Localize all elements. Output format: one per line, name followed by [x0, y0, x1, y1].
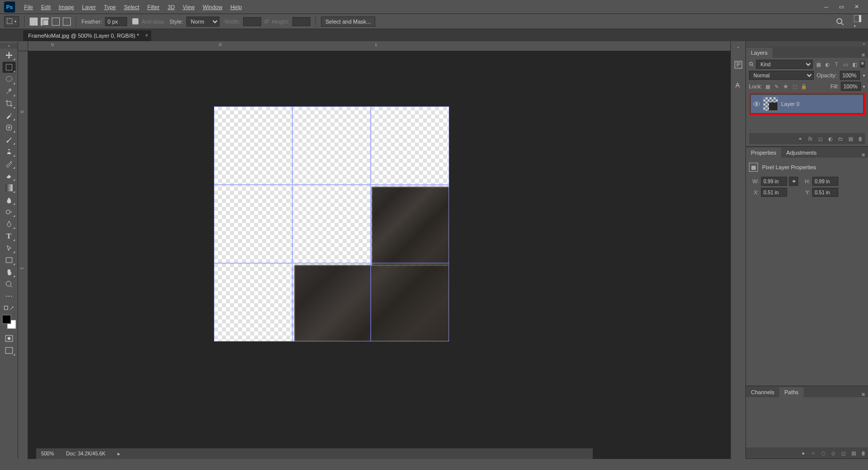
opacity-input[interactable] — [840, 71, 860, 80]
screen-mode-toggle[interactable] — [3, 345, 16, 356]
blend-mode-select[interactable]: Normal — [749, 71, 814, 80]
gradient-tool[interactable] — [3, 182, 16, 193]
lock-position-icon[interactable]: ✥ — [782, 83, 789, 90]
properties-tab[interactable]: Properties — [746, 148, 781, 158]
layer-row-selected[interactable]: Layer 0 — [751, 95, 863, 113]
quick-mask-toggle[interactable] — [3, 333, 16, 344]
filter-shape-icon[interactable]: ▭ — [842, 61, 849, 68]
menu-edit[interactable]: Edit — [37, 2, 55, 12]
prop-h-input[interactable] — [812, 177, 838, 186]
menu-select[interactable]: Select — [120, 2, 144, 12]
link-layers-icon[interactable]: ⚭ — [797, 135, 804, 142]
feather-input[interactable] — [105, 17, 127, 26]
channels-tab[interactable]: Channels — [746, 387, 779, 397]
filter-smart-icon[interactable]: ◧ — [851, 61, 858, 68]
ruler-vertical[interactable]: 0 1 — [18, 51, 28, 459]
fill-input[interactable] — [841, 82, 861, 91]
panel-menu-icon[interactable]: ≡ — [859, 391, 868, 397]
selection-new-icon[interactable] — [30, 18, 38, 26]
opacity-dropdown-icon[interactable]: ▾ — [863, 73, 865, 78]
search-icon[interactable] — [836, 18, 844, 26]
link-wh-icon[interactable]: ⚭ — [789, 177, 798, 186]
close-icon[interactable]: × — [145, 33, 148, 38]
prop-x-input[interactable] — [761, 188, 787, 197]
marquee-tool[interactable] — [3, 62, 16, 73]
menu-filter[interactable]: Filter — [143, 2, 163, 12]
delete-layer-icon[interactable]: 🗑 — [857, 135, 864, 142]
lock-all-icon[interactable]: 🔒 — [800, 83, 807, 90]
lock-artboard-icon[interactable]: ⬚ — [791, 83, 798, 90]
menu-type[interactable]: Type — [100, 2, 120, 12]
canvas-document[interactable] — [214, 106, 449, 341]
zoom-tool[interactable] — [3, 279, 16, 290]
filter-adjustment-icon[interactable]: ◐ — [824, 61, 831, 68]
window-restore-button[interactable]: ▭ — [838, 4, 845, 11]
healing-brush-tool[interactable] — [3, 122, 16, 133]
filter-type-icon[interactable]: T — [833, 61, 840, 68]
zoom-level[interactable]: 500% — [41, 451, 54, 456]
toolbar-toggle[interactable]: » — [0, 43, 18, 49]
delete-path-icon[interactable]: 🗑 — [860, 449, 867, 456]
eraser-tool[interactable] — [3, 170, 16, 181]
prop-w-input[interactable] — [761, 177, 787, 186]
dock-toggle[interactable]: « — [737, 45, 739, 50]
color-swatch[interactable] — [2, 315, 16, 329]
window-minimize-button[interactable]: ─ — [823, 4, 830, 11]
adjustment-layer-icon[interactable]: ◐ — [827, 135, 834, 142]
layer-name[interactable]: Layer 0 — [781, 101, 800, 107]
lasso-tool[interactable] — [3, 74, 16, 85]
character-panel-icon[interactable]: A — [733, 80, 743, 90]
menu-image[interactable]: Image — [55, 2, 78, 12]
layer-mask-icon[interactable]: ◻ — [817, 135, 824, 142]
menu-window[interactable]: Window — [199, 2, 227, 12]
prop-y-input[interactable] — [812, 188, 838, 197]
tool-preset-picker[interactable]: ▾ — [4, 16, 19, 27]
hand-tool[interactable] — [3, 267, 16, 278]
foreground-color-swatch[interactable] — [2, 315, 11, 324]
history-brush-tool[interactable] — [3, 158, 16, 169]
window-close-button[interactable]: ✕ — [853, 4, 860, 11]
pen-tool[interactable] — [3, 218, 16, 229]
type-tool[interactable]: T — [3, 230, 16, 242]
visibility-toggle-icon[interactable] — [753, 100, 760, 107]
menu-view[interactable]: View — [179, 2, 199, 12]
new-layer-icon[interactable]: ▤ — [847, 135, 854, 142]
panel-menu-icon[interactable]: ≡ — [859, 152, 868, 158]
stroke-path-icon[interactable]: ○ — [810, 449, 817, 456]
magic-wand-tool[interactable] — [3, 86, 16, 97]
ruler-origin[interactable] — [18, 41, 28, 51]
ruler-horizontal[interactable]: 0 0 1 — [28, 41, 730, 51]
filter-toggle-switch[interactable] — [860, 61, 865, 68]
add-mask-icon[interactable]: ◻ — [840, 449, 847, 456]
menu-file[interactable]: File — [20, 2, 37, 12]
paths-tab[interactable]: Paths — [779, 387, 803, 397]
move-tool[interactable] — [3, 50, 16, 61]
workspace-switcher-icon[interactable]: ▾ — [854, 15, 864, 28]
layer-thumbnail[interactable] — [763, 97, 778, 111]
select-and-mask-button[interactable]: Select and Mask... — [321, 17, 376, 27]
edit-toolbar-button[interactable]: ⋯ — [3, 291, 16, 302]
selection-intersect-icon[interactable] — [63, 18, 71, 26]
lock-pixels-icon[interactable]: ✎ — [773, 83, 780, 90]
eyedropper-tool[interactable] — [3, 110, 16, 121]
panel-menu-icon[interactable]: ≡ — [859, 52, 868, 58]
dodge-tool[interactable] — [3, 206, 16, 217]
path-selection-tool[interactable] — [3, 243, 16, 254]
color-swap-icon[interactable] — [3, 306, 16, 311]
adjustments-tab[interactable]: Adjustments — [781, 148, 822, 158]
clone-stamp-tool[interactable] — [3, 146, 16, 157]
rectangle-tool[interactable] — [3, 255, 16, 266]
layer-style-icon[interactable]: fx — [807, 135, 814, 142]
brush-tool[interactable] — [3, 134, 16, 145]
fill-path-icon[interactable]: ● — [800, 449, 807, 456]
style-select[interactable]: Normal — [186, 17, 220, 27]
menu-layer[interactable]: Layer — [78, 2, 100, 12]
right-dock-toggle[interactable]: » — [746, 41, 868, 47]
selection-subtract-icon[interactable] — [52, 18, 60, 26]
layers-tab[interactable]: Layers — [746, 48, 773, 58]
menu-help[interactable]: Help — [227, 2, 246, 12]
crop-tool[interactable] — [3, 98, 16, 109]
new-path-icon[interactable]: ▤ — [850, 449, 857, 456]
selection-to-path-icon[interactable]: ◇ — [830, 449, 837, 456]
document-tab[interactable]: FrameNoMat.jpg @ 500% (Layer 0, RGB/8) *… — [23, 30, 151, 41]
